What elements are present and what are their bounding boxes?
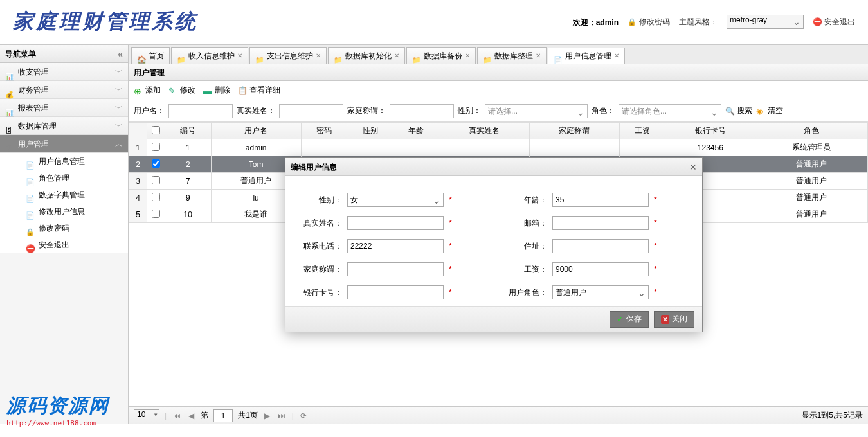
folder-icon [412,51,421,60]
tab-close-icon[interactable]: ✕ [536,48,541,64]
dlg-age-input[interactable] [552,193,649,207]
search-realname-input[interactable] [279,104,343,118]
view-button[interactable]: 查看详细 [238,85,280,96]
tab-close-icon[interactable]: ✕ [465,48,470,64]
table-row[interactable]: 11admin123456系统管理员 [129,139,868,156]
chart-icon [5,67,14,76]
sidebar-subitem-3[interactable]: 修改用户信息 [0,203,128,220]
doc-icon [26,157,35,166]
sidebar-subitem-0[interactable]: 用户信息管理 [0,153,128,170]
row-checkbox[interactable] [152,193,160,201]
page-number-input[interactable] [213,409,233,422]
column-header[interactable]: 银行卡号 [665,123,755,139]
sidebar-subitem-2[interactable]: 数据字典管理 [0,186,128,203]
total-pages-label: 共1页 [238,410,258,421]
logout-link[interactable]: 安全退出 [813,17,855,28]
dlg-age-label: 年龄： [503,195,547,206]
change-password-link[interactable]: 修改密码 [628,17,670,28]
row-checkbox[interactable] [152,159,160,168]
clear-button[interactable]: 清空 [756,105,783,116]
search-gender-select[interactable]: 请选择... [485,104,588,118]
dlg-realname-input[interactable] [347,216,444,230]
tab-label: 数据库备份 [424,48,462,64]
close-button[interactable]: 关闭 [654,311,694,328]
page-label-prefix: 第 [201,410,208,421]
pager: 10 | ⏮ ◀ 第 共1页 ▶ ⏭ | ⟳ 显示1到5,共5记录 [129,406,868,424]
tab-5[interactable]: 数据库整理✕ [477,47,547,64]
tab-4[interactable]: 数据库备份✕ [406,47,476,64]
dlg-salary-input[interactable] [552,262,649,276]
select-all-checkbox[interactable] [152,126,160,134]
first-page-button[interactable]: ⏮ [172,411,182,420]
search-icon [725,107,734,116]
row-checkbox[interactable] [152,143,160,151]
column-header[interactable]: 家庭称谓 [529,123,619,139]
column-header[interactable]: 用户名 [211,123,301,139]
dlg-bank-input[interactable] [347,285,444,299]
tab-2[interactable]: 支出信息维护✕ [249,47,327,64]
sidebar-item-label: 收支管理 [18,63,49,81]
column-header[interactable]: 编号 [165,123,212,139]
column-header[interactable]: 性别 [347,123,393,139]
collapse-icon[interactable]: « [118,45,123,62]
tab-close-icon[interactable]: ✕ [316,48,321,64]
sidebar: 导航菜单 « 收支管理﹀财务管理﹀报表管理﹀数据库管理﹀用户管理︿ 用户信息管理… [0,45,129,424]
page-size-select[interactable]: 10 [134,409,159,422]
dlg-address-input[interactable] [552,239,649,253]
dialog-close-button[interactable]: ✕ [689,158,697,175]
next-page-button[interactable]: ▶ [263,411,271,420]
column-header[interactable]: 密码 [301,123,347,139]
tab-close-icon[interactable]: ✕ [237,48,242,64]
tab-close-icon[interactable]: ✕ [394,48,399,64]
folder-icon [483,51,492,60]
sidebar-title: 导航菜单 « [0,45,128,63]
folder-icon [255,51,264,60]
row-checkbox[interactable] [152,176,160,184]
sidebar-item-1[interactable]: 财务管理﹀ [0,81,128,99]
dlg-gender-select[interactable]: 女 [347,193,444,207]
column-header[interactable]: 工资 [619,123,665,139]
theme-select[interactable]: metro-gray [727,15,804,29]
add-button[interactable]: 添加 [134,85,161,96]
sidebar-item-0[interactable]: 收支管理﹀ [0,63,128,81]
column-header[interactable]: 真实姓名 [439,123,529,139]
sidebar-item-2[interactable]: 报表管理﹀ [0,99,128,117]
dlg-family-input[interactable] [347,262,444,276]
search-username-input[interactable] [168,104,233,118]
tab-6[interactable]: 用户信息管理✕ [548,48,625,64]
prev-page-button[interactable]: ◀ [187,411,195,420]
sidebar-subitem-1[interactable]: 角色管理 [0,170,128,186]
tab-0[interactable]: 首页 [131,47,170,64]
tab-close-icon[interactable]: ✕ [614,48,619,64]
dlg-phone-input[interactable] [347,239,444,253]
chevron-icon: ﹀ [115,63,123,81]
search-role-label: 角色： [592,105,615,116]
dlg-role-select[interactable]: 普通用户 [552,285,649,299]
sidebar-item-3[interactable]: 数据库管理﹀ [0,117,128,135]
edit-button[interactable]: 修改 [168,85,195,96]
column-header[interactable]: 角色 [755,123,868,139]
tab-1[interactable]: 收入信息维护✕ [171,47,248,64]
column-header[interactable]: 年龄 [393,123,439,139]
folder-icon [177,51,186,60]
sidebar-item-4[interactable]: 用户管理︿ [0,135,128,153]
refresh-button[interactable]: ⟳ [299,411,308,420]
dlg-realname-label: 真实姓名： [298,218,342,229]
search-button[interactable]: 搜索 [725,105,752,116]
tab-bar: 首页收入信息维护✕支出信息维护✕数据库初始化✕数据库备份✕数据库整理✕用户信息管… [129,45,868,64]
tab-3[interactable]: 数据库初始化✕ [328,47,405,64]
search-gender-label: 性别： [458,105,481,116]
sidebar-subitem-label: 用户信息管理 [39,153,85,170]
toolbar: 添加 修改 删除 查看详细 [129,81,868,100]
panel-title: 用户管理 [129,64,868,81]
save-button[interactable]: 保存 [610,311,649,328]
check-icon [617,314,624,324]
search-role-select[interactable]: 请选择角色... [619,104,721,118]
row-checkbox[interactable] [152,210,160,218]
search-family-input[interactable] [390,104,454,118]
sidebar-subitem-4[interactable]: 修改密码 [0,220,128,236]
dlg-email-input[interactable] [552,216,649,230]
sidebar-subitem-5[interactable]: 安全退出 [0,236,128,253]
last-page-button[interactable]: ⏭ [276,411,287,420]
delete-button[interactable]: 删除 [203,85,230,96]
